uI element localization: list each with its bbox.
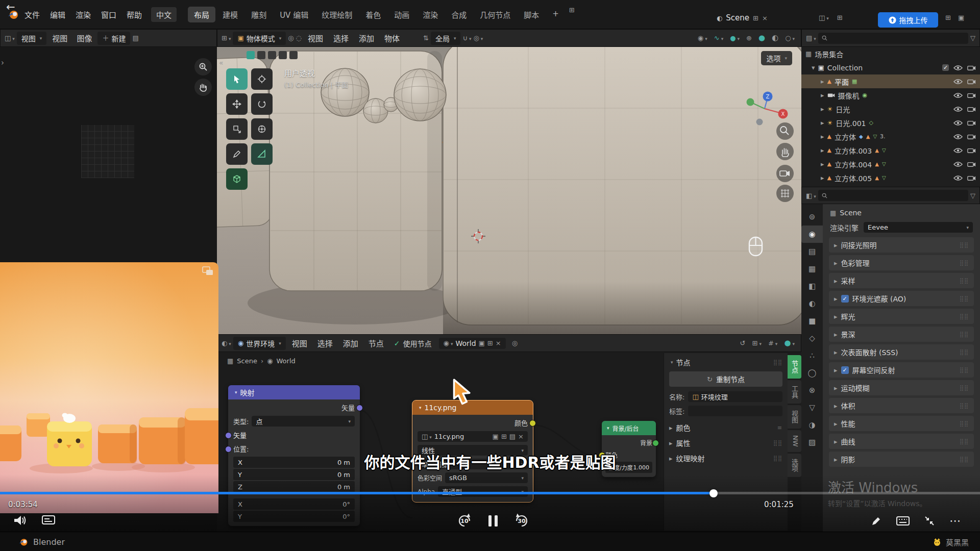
fake-user-icon[interactable]: ▣ — [479, 340, 485, 346]
progress-knob[interactable] — [709, 489, 718, 497]
object-menu[interactable]: 物体 — [380, 31, 404, 45]
open-image-icon[interactable]: ▤ — [132, 35, 138, 41]
viewport-camera-button[interactable] — [776, 165, 794, 182]
drag-handle-icon[interactable]: ⣿⣿ — [960, 278, 969, 284]
workspace-tab-layout[interactable]: 布局 — [188, 7, 215, 22]
image-menu-image[interactable]: 图像 — [73, 31, 95, 45]
display-icon[interactable]: ▣ — [958, 14, 964, 21]
object-data-properties-tab[interactable]: ▽ — [801, 399, 823, 416]
fake-user-icon[interactable]: ▣ — [493, 433, 499, 440]
background-output-socket[interactable] — [652, 440, 659, 446]
image-mode-dropdown[interactable]: 视图▾ — [17, 32, 47, 45]
editor-type-properties-icon[interactable]: ◧▾ — [806, 192, 816, 199]
tab-node[interactable]: 节点 — [788, 355, 801, 379]
section-volumetrics[interactable]: ▸✓体积⣿⣿ — [829, 398, 974, 413]
add-workspace-button[interactable]: + — [546, 7, 565, 22]
gizmo-x-label[interactable]: X — [781, 111, 785, 117]
workspace-tab-scripting[interactable]: 脚本 — [518, 7, 545, 22]
drag-handle-icon[interactable]: ⣿⣿ — [773, 359, 782, 366]
menu-file[interactable]: 文件 — [19, 7, 45, 22]
image-datablock-field[interactable]: ◫▾ 11cy.png ▣ ⊞ ▤ × — [418, 431, 528, 442]
workspace-tab-texpaint[interactable]: 纹理绘制 — [315, 7, 358, 22]
reset-nodes-button[interactable]: ↻ 重制节点 — [669, 371, 782, 387]
measure-tool[interactable] — [251, 143, 273, 165]
object-properties-tab[interactable]: ■ — [801, 312, 823, 330]
mode-icon-a[interactable]: ◎ — [288, 35, 293, 41]
copy-icon[interactable]: ⊞ — [501, 433, 507, 440]
xray-toggle-icon[interactable]: ⊕ — [746, 35, 752, 41]
scene-name[interactable]: Scene — [726, 13, 749, 22]
menu-render[interactable]: 渲染 — [70, 7, 96, 22]
exclude-checkbox[interactable]: ✓ — [942, 64, 949, 71]
danmaku-toggle-icon[interactable] — [42, 515, 56, 526]
node-label-field[interactable] — [688, 406, 782, 416]
outliner-row-plane[interactable]: ▸ ▲ 平面 ▦ — [801, 74, 980, 88]
render-camera-icon[interactable] — [967, 175, 976, 181]
overlay-ball-icon[interactable]: ●▾ — [784, 339, 795, 347]
render-camera-icon[interactable] — [967, 79, 976, 85]
eye-icon[interactable] — [953, 147, 963, 154]
expand-icon[interactable]: ▸ — [821, 106, 824, 112]
drag-handle-icon[interactable]: ⣿⣿ — [960, 403, 969, 409]
rotate-tool[interactable] — [251, 93, 273, 115]
section-sampling[interactable]: ▸✓采样⣿⣿ — [829, 273, 974, 288]
properties-search-input[interactable] — [818, 190, 968, 201]
section-ambient-occlusion[interactable]: ▸✓环境光遮蔽 (AO)⣿⣿ — [829, 291, 974, 306]
tile-icon[interactable] — [279, 51, 287, 59]
outliner-row-cube-003[interactable]: ▸ ▲ 立方体.003 ▲ ▽ — [801, 143, 980, 157]
render-camera-icon[interactable] — [967, 106, 976, 112]
shrink-player-icon[interactable] — [924, 515, 935, 527]
expand-icon[interactable]: ▾ — [812, 64, 815, 71]
duplicate-workspace-icon[interactable]: ⊞ — [569, 7, 575, 22]
particles-properties-tab[interactable]: ∴ — [801, 347, 823, 364]
section-performance[interactable]: ▸✓性能⣿⣿ — [829, 416, 974, 431]
drag-handle-icon[interactable]: ⣿⣿ — [960, 242, 969, 248]
stack-icon[interactable]: ⊞ — [945, 14, 951, 21]
outliner-row-scene-collection[interactable]: ▦ 场景集合 — [801, 47, 980, 61]
menu-edit[interactable]: 编辑 — [45, 7, 70, 22]
editor-type-3d-icon[interactable]: ⊞▾ — [222, 35, 231, 41]
section-bloom[interactable]: ▸✓辉光⣿⣿ — [829, 309, 974, 324]
image-menu-view[interactable]: 视图 — [48, 31, 71, 45]
taskbar-blender-item[interactable]: Blender — [18, 537, 65, 547]
editor-type-outliner-icon[interactable]: ▤▾ — [806, 35, 816, 41]
colorspace-dropdown[interactable]: sRGB▾ — [445, 472, 528, 483]
engine-dropdown[interactable]: Eevee▾ — [864, 222, 973, 233]
editor-type-shader-icon[interactable]: ◐▾ — [222, 340, 231, 346]
add-cube-tool[interactable] — [226, 168, 248, 190]
menu-window[interactable]: 窗口 — [96, 7, 121, 22]
volume-icon[interactable] — [13, 514, 27, 527]
parent-nodetree-icon[interactable]: ↺ — [740, 340, 746, 346]
transform-tool[interactable] — [251, 118, 273, 140]
unlink-icon[interactable]: × — [496, 340, 501, 346]
mapping-type-dropdown[interactable]: 点▾ — [252, 416, 355, 427]
rotation-x-field[interactable]: X 0° — [233, 498, 355, 510]
texture-properties-tab[interactable]: ▨ — [801, 434, 823, 451]
scene-properties-tab[interactable]: ◧ — [801, 278, 823, 295]
progress-track[interactable] — [0, 492, 980, 494]
render-camera-icon[interactable] — [967, 92, 976, 98]
unlink-icon[interactable]: × — [518, 433, 524, 440]
shader-type-dropdown[interactable]: ◉世界环境▾ — [233, 337, 286, 350]
move-tool[interactable] — [226, 93, 248, 115]
drag-handle-icon[interactable]: ⣿⣿ — [960, 420, 969, 427]
vector-input-socket[interactable] — [225, 432, 232, 439]
workspace-tab-geonodes[interactable]: 几何节点 — [474, 7, 517, 22]
material-properties-tab[interactable]: ◑ — [801, 416, 823, 434]
world-datablock-selector[interactable]: ◉▾ World ▣ ⊞ × — [439, 338, 506, 349]
drag-handle-icon[interactable]: ⣿⣿ — [960, 367, 969, 373]
gizmo-z-label[interactable]: Z — [766, 94, 770, 99]
active-tile-icon[interactable] — [247, 51, 255, 59]
expand-icon[interactable]: ▸ — [821, 147, 824, 154]
pip-preview[interactable] — [0, 262, 218, 513]
eye-icon[interactable] — [953, 106, 963, 112]
render-camera-icon[interactable] — [967, 120, 976, 126]
snap-node-icon[interactable]: #▾ — [768, 340, 777, 346]
mode-icon-b[interactable]: ◌ — [296, 35, 302, 41]
visibility-icon[interactable]: ◉▾ — [698, 35, 707, 41]
eye-icon[interactable] — [953, 120, 963, 126]
node-select-menu[interactable]: 选择 — [313, 336, 337, 350]
select-menu[interactable]: 选择 — [329, 31, 353, 45]
expand-icon[interactable]: ▸ — [821, 174, 824, 181]
node-node-menu[interactable]: 节点 — [364, 336, 388, 350]
